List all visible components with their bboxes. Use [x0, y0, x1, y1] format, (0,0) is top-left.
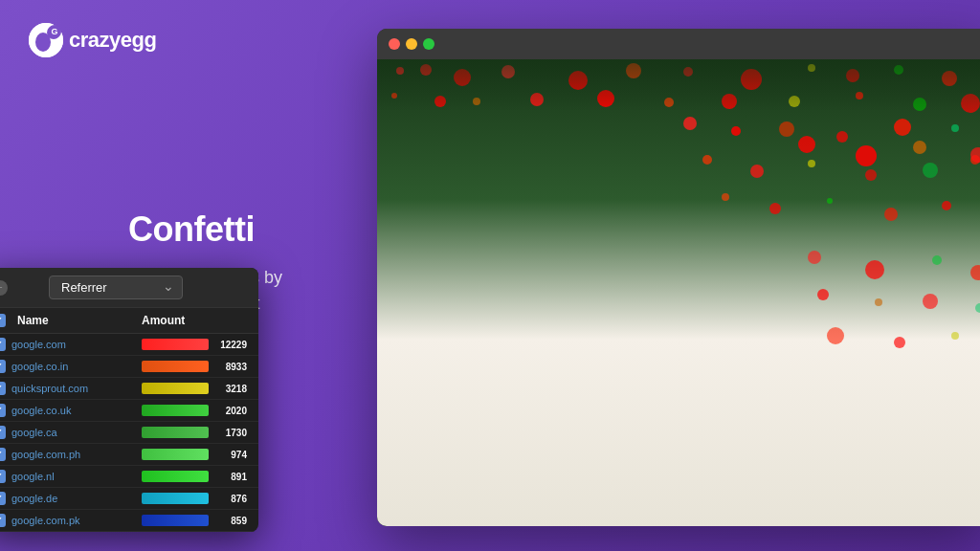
list-item: google.com.ph 974	[0, 444, 258, 466]
row-checkbox-5[interactable]	[0, 448, 6, 461]
row-checkbox-2[interactable]	[0, 382, 6, 395]
header-checkbox[interactable]	[0, 314, 6, 327]
bar-track-6	[142, 471, 209, 482]
bar-container-5: 974	[142, 449, 247, 460]
list-item: google.nl 891	[0, 466, 258, 488]
bar-container-4: 1730	[142, 427, 247, 438]
row-checkbox-0[interactable]	[0, 338, 6, 351]
bar-container-2: 3218	[142, 383, 247, 394]
row-checkbox-3[interactable]	[0, 404, 6, 417]
amount-column-header: Amount	[142, 314, 247, 327]
row-checkbox-8[interactable]	[0, 514, 6, 527]
bar-container-3: 2020	[142, 405, 247, 416]
bar-track-1	[142, 361, 209, 372]
list-item: google.co.uk 2020	[0, 400, 258, 422]
bar-track-5	[142, 449, 209, 460]
bar-container-8: 859	[142, 515, 247, 526]
browser-titlebar	[377, 29, 980, 59]
bar-track-3	[142, 405, 209, 416]
bar-track-0	[142, 339, 209, 350]
bar-container-0: 12229	[142, 339, 247, 350]
panel-close-button[interactable]: −	[0, 280, 8, 296]
browser-content	[377, 59, 980, 526]
list-item: google.co.in 8933	[0, 356, 258, 378]
list-item: google.com 12229	[0, 334, 258, 356]
browser-window	[377, 29, 980, 526]
list-item: quicksprout.com 3218	[0, 378, 258, 400]
bar-track-7	[142, 493, 209, 504]
bar-container-6: 891	[142, 471, 247, 482]
list-item: google.com.pk 859	[0, 510, 258, 532]
column-headers: Name Amount	[0, 308, 258, 334]
feature-title: Confetti	[128, 209, 255, 250]
confetti-panel: − Referrer Name Amount google.com 12229 …	[0, 268, 258, 532]
bar-container-7: 876	[142, 493, 247, 504]
bar-container-1: 8933	[142, 361, 247, 372]
list-item: google.ca 1730	[0, 422, 258, 444]
bar-track-2	[142, 383, 209, 394]
row-checkbox-4[interactable]	[0, 426, 6, 439]
window-minimize-dot[interactable]	[406, 38, 417, 50]
row-checkbox-7[interactable]	[0, 492, 6, 505]
panel-header: − Referrer	[0, 268, 258, 308]
bar-track-8	[142, 515, 209, 526]
heatmap-background	[377, 59, 980, 526]
row-checkbox-1[interactable]	[0, 360, 6, 373]
window-maximize-dot[interactable]	[423, 38, 434, 50]
referrer-dropdown[interactable]: Referrer	[49, 276, 183, 299]
name-column-header: Name	[0, 314, 142, 327]
row-checkbox-6[interactable]	[0, 470, 6, 483]
bar-track-4	[142, 427, 209, 438]
list-item: google.de 876	[0, 488, 258, 510]
window-close-dot[interactable]	[389, 38, 400, 50]
panel-body: Name Amount google.com 12229 google.co.i…	[0, 308, 258, 532]
